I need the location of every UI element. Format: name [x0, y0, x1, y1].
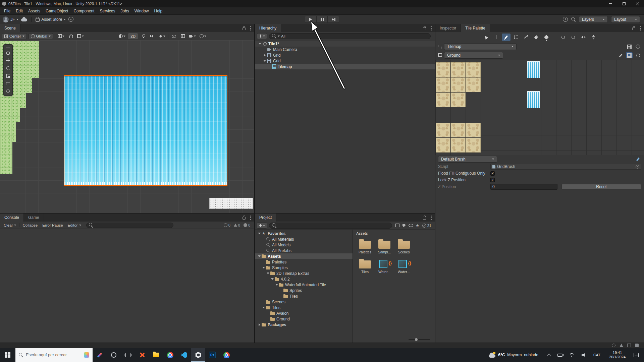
maximize-button[interactable] [617, 0, 631, 7]
panel-menu-icon[interactable] [640, 28, 641, 29]
language-indicator[interactable]: CAT [591, 353, 603, 357]
undo-history-icon[interactable] [563, 17, 568, 22]
palette-tile[interactable] [451, 138, 466, 153]
active-tilemap-dropdown[interactable]: Tilemap [444, 43, 517, 50]
taskbar-app-icon[interactable] [93, 348, 107, 362]
foldout-icon[interactable] [258, 41, 262, 47]
menu-item[interactable]: Assets [25, 7, 43, 14]
hierarchy-item[interactable]: Tilemap [255, 64, 435, 69]
menu-item[interactable]: File [1, 7, 13, 14]
palette-tile[interactable] [527, 91, 540, 108]
slider-knob[interactable] [415, 338, 418, 341]
tab-hierarchy[interactable]: Hierarchy [255, 24, 281, 32]
palette-tile[interactable] [466, 62, 481, 77]
menu-item[interactable]: Help [152, 7, 165, 14]
foldout-icon[interactable] [258, 231, 261, 236]
foldout-icon[interactable] [262, 299, 266, 305]
scene-grid-toggle-button[interactable] [179, 33, 186, 39]
reset-button[interactable]: Reset [561, 184, 641, 190]
palette-dropdown[interactable]: Ground [444, 52, 503, 59]
create-asset-button[interactable] [257, 223, 267, 229]
asset-item[interactable]: Tiles [356, 258, 374, 274]
taskbar-app-icon[interactable] [191, 348, 205, 362]
hierarchy-item[interactable]: Tile1* [255, 41, 435, 47]
tab-project[interactable]: Project [255, 214, 276, 222]
move-tool[interactable] [4, 57, 12, 64]
play-button[interactable] [305, 16, 316, 23]
foldout-icon[interactable] [266, 316, 270, 322]
tray-overflow-icon[interactable] [627, 344, 631, 347]
lock-icon[interactable] [632, 27, 635, 30]
palette-tile[interactable] [436, 123, 450, 137]
palette-gizmo-icon[interactable] [635, 52, 641, 58]
error-pause-button[interactable]: Error Pause [40, 223, 65, 228]
picker-tool[interactable] [522, 34, 531, 41]
tray-overflow-icon[interactable] [612, 344, 615, 347]
increment-snap-button[interactable] [76, 33, 85, 39]
volume-icon[interactable] [579, 348, 587, 362]
paint-brush-tool[interactable] [502, 34, 511, 41]
project-tree-item[interactable]: Tiles [255, 293, 353, 299]
menu-item[interactable]: Window [132, 7, 152, 14]
asset-item[interactable]: Water... [376, 258, 393, 274]
taskbar-app-icon[interactable] [219, 348, 233, 362]
snap-button[interactable] [67, 33, 74, 39]
z-position-input[interactable]: 0 [490, 184, 557, 190]
menu-item[interactable]: Edit [13, 7, 25, 14]
palette-tile[interactable] [451, 62, 466, 77]
panel-menu-icon[interactable] [250, 28, 251, 29]
editor-dropdown[interactable]: Editor [65, 223, 84, 228]
gizmos-toggle-icon[interactable] [635, 44, 641, 50]
weather-widget[interactable]: 6°C Mayorm. nublado [485, 348, 542, 362]
panel-menu-icon[interactable] [431, 28, 432, 29]
close-button[interactable] [631, 0, 644, 7]
script-object-field[interactable]: GridBrush [490, 164, 641, 170]
foldout-icon[interactable] [258, 322, 261, 327]
menu-item[interactable]: Jobs [118, 7, 131, 14]
lock-icon[interactable] [243, 27, 246, 30]
layout-dropdown[interactable]: Layout [611, 16, 640, 23]
project-tree-item[interactable]: Palettes [255, 259, 353, 265]
services-icon[interactable] [68, 17, 73, 22]
palette-tile[interactable] [451, 77, 466, 92]
search-icon[interactable] [571, 17, 576, 21]
move-tool[interactable] [492, 34, 500, 41]
taskbar-app-icon[interactable] [177, 348, 191, 362]
foldout-icon[interactable] [279, 288, 283, 293]
palette-tile[interactable] [436, 93, 450, 107]
project-tree-item[interactable]: Assets [255, 253, 353, 259]
project-tree-item[interactable]: Packages [255, 322, 353, 327]
view-tool[interactable] [4, 49, 12, 56]
transform-tool[interactable] [4, 88, 12, 95]
project-tree-item[interactable]: Waterfall Animated Tile [255, 282, 353, 288]
taskbar-app-icon[interactable] [163, 348, 177, 362]
brush-dropdown[interactable]: Default Brush [438, 156, 497, 163]
foldout-icon[interactable] [262, 265, 266, 270]
palette-tile[interactable] [466, 77, 481, 92]
scene-visibility-button[interactable] [170, 33, 177, 39]
gizmos-dropdown[interactable] [199, 33, 207, 39]
panel-menu-icon[interactable] [431, 217, 432, 218]
menu-item[interactable]: Component [71, 7, 97, 14]
asset-item[interactable]: Scenes [395, 238, 413, 254]
lock-z-checkbox[interactable] [490, 178, 495, 182]
foldout-icon[interactable] [262, 236, 266, 242]
notification-center-icon[interactable] [634, 353, 639, 357]
foldout-icon[interactable] [262, 248, 266, 253]
account-dropdown[interactable]: JF [3, 16, 18, 22]
project-tree-item[interactable]: Tiles [255, 305, 353, 310]
search-by-label-icon[interactable] [401, 223, 408, 229]
brush-settings-icon[interactable] [635, 156, 641, 162]
minimize-button[interactable] [604, 0, 617, 7]
asset-item[interactable]: Water... [395, 258, 413, 274]
foldout-icon[interactable] [271, 276, 274, 282]
palette-tile[interactable] [436, 62, 450, 77]
taskbar-search[interactable]: Escriu aquí per cercar [15, 348, 93, 362]
pause-button[interactable] [316, 16, 328, 23]
hierarchy-item[interactable]: Main Camera [255, 47, 435, 52]
hidden-packages-count[interactable]: 21 [421, 224, 433, 228]
palette-tile[interactable] [466, 138, 481, 153]
console-log-area[interactable] [0, 229, 254, 343]
hierarchy-item[interactable]: Grid [255, 52, 435, 58]
object-picker-icon[interactable] [636, 165, 639, 169]
